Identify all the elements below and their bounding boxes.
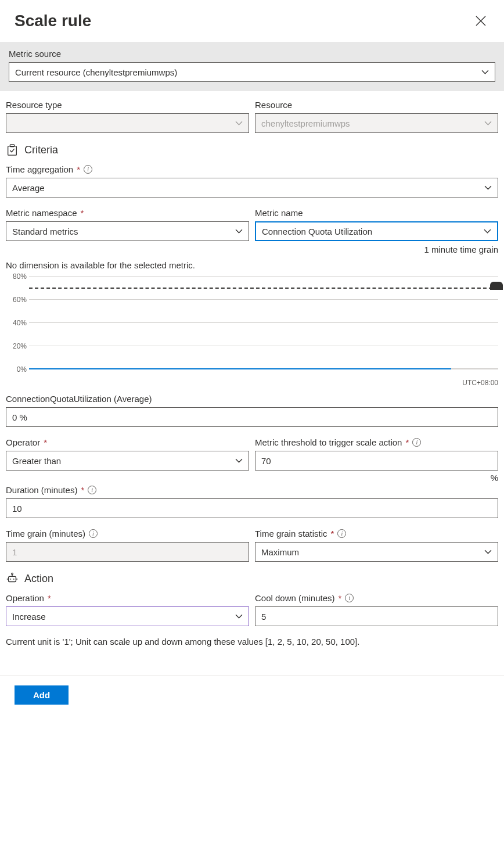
criteria-section-title: Criteria — [6, 143, 498, 156]
operator-select[interactable]: Greater than — [6, 451, 249, 471]
info-icon[interactable]: i — [412, 438, 421, 447]
resource-value: chenyltestpremiumwps — [261, 119, 350, 128]
unit-note: Current unit is '1'; Unit can scale up a… — [6, 637, 498, 647]
threshold-label: Metric threshold to trigger scale action… — [255, 437, 498, 447]
close-button[interactable] — [472, 12, 489, 30]
svg-point-10 — [13, 579, 15, 580]
close-icon — [476, 16, 486, 26]
time-aggregation-value: Average — [12, 183, 45, 193]
chart-y-tick: 0% — [6, 365, 27, 374]
info-icon[interactable]: i — [337, 529, 346, 538]
cooldown-input[interactable]: 5 — [255, 606, 498, 626]
time-grain-statistic-select[interactable]: Maximum — [255, 542, 498, 562]
svg-rect-4 — [9, 576, 16, 581]
chart-timezone: UTC+08:00 — [6, 379, 498, 387]
add-button[interactable]: Add — [15, 685, 69, 705]
chevron-down-icon — [483, 227, 491, 235]
threshold-input[interactable]: 70 — [255, 451, 498, 471]
info-icon[interactable]: i — [88, 486, 96, 494]
operator-value: Greater than — [12, 456, 61, 466]
svg-rect-3 — [10, 145, 14, 147]
chevron-down-icon — [484, 119, 492, 127]
duration-input[interactable]: 10 — [6, 498, 498, 518]
svg-point-9 — [10, 579, 11, 580]
operator-label: Operator * — [6, 437, 249, 447]
metric-namespace-select[interactable]: Standard metrics — [6, 221, 249, 241]
chart-y-tick: 40% — [6, 319, 27, 327]
operation-select[interactable]: Increase — [6, 606, 249, 626]
resource-type-label: Resource type — [6, 100, 249, 110]
cooldown-label: Cool down (minutes) * i — [255, 593, 498, 603]
chevron-down-icon — [484, 184, 492, 192]
chart-data-line — [29, 368, 451, 369]
metric-name-label: Metric name — [255, 208, 498, 218]
metric-source-label: Metric source — [9, 49, 495, 59]
threshold-unit: % — [255, 473, 498, 483]
chevron-down-icon — [484, 548, 492, 556]
metric-source-select[interactable]: Current resource (chenyltestpremiumwps) — [9, 62, 495, 82]
operation-value: Increase — [12, 612, 46, 622]
operation-label: Operation * — [6, 593, 249, 603]
time-grain-input: 1 — [6, 542, 249, 562]
page-title: Scale rule — [15, 12, 91, 30]
chart-y-tick: 60% — [6, 296, 27, 304]
info-icon[interactable]: i — [345, 594, 354, 602]
no-dimension-message: No dimension is available for the select… — [6, 260, 498, 270]
metric-name-value: Connection Quota Utilization — [262, 227, 372, 236]
chevron-down-icon — [235, 227, 243, 235]
time-grain-statistic-value: Maximum — [261, 547, 299, 557]
metric-summary-value: 0 % — [6, 407, 498, 427]
metric-namespace-label: Metric namespace * — [6, 208, 249, 218]
time-grain-statistic-label: Time grain statistic * i — [255, 529, 498, 538]
metric-summary-label: ConnectionQuotaUtilization (Average) — [6, 394, 498, 404]
time-aggregation-select[interactable]: Average — [6, 178, 498, 198]
time-grain-hint: 1 minute time grain — [255, 245, 498, 254]
chart-spike — [490, 282, 503, 290]
svg-point-6 — [12, 573, 13, 574]
chevron-down-icon — [235, 119, 243, 127]
info-icon[interactable]: i — [84, 165, 92, 174]
action-section-title: Action — [6, 572, 498, 585]
metric-name-select[interactable]: Connection Quota Utilization — [255, 221, 498, 241]
metric-namespace-value: Standard metrics — [12, 227, 78, 236]
metric-source-value: Current resource (chenyltestpremiumwps) — [15, 67, 177, 77]
time-aggregation-label: Time aggregation * i — [6, 164, 498, 174]
resource-label: Resource — [255, 100, 498, 110]
svg-rect-2 — [8, 146, 17, 156]
chevron-down-icon — [235, 457, 243, 465]
chart-threshold-line — [29, 288, 498, 289]
time-grain-label: Time grain (minutes) i — [6, 529, 249, 538]
checklist-icon — [6, 143, 19, 156]
chart-y-tick: 80% — [6, 272, 27, 281]
resource-type-select — [6, 113, 249, 133]
resource-select: chenyltestpremiumwps — [255, 113, 498, 133]
chart-y-tick: 20% — [6, 342, 27, 350]
robot-icon — [6, 572, 19, 585]
duration-label: Duration (minutes) * i — [6, 485, 498, 495]
chevron-down-icon — [481, 68, 489, 76]
chevron-down-icon — [235, 612, 243, 620]
metric-chart: 80%60%40%20%0% — [6, 276, 498, 378]
info-icon[interactable]: i — [89, 529, 98, 538]
